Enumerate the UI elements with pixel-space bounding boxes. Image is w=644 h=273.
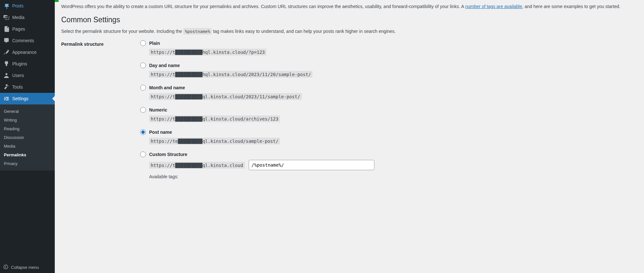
sidebar-item-plugins[interactable]: Plugins <box>0 58 55 70</box>
admin-sidebar: Posts Media Pages Comments Appearance Pl… <box>0 0 55 273</box>
svg-point-0 <box>4 265 8 269</box>
collapse-label: Collapse menu <box>11 265 39 270</box>
sidebar-label: Settings <box>12 96 29 101</box>
collapse-menu[interactable]: Collapse menu <box>0 262 55 273</box>
progress-bar <box>55 0 644 2</box>
collapse-icon <box>3 264 8 270</box>
sidebar-item-users[interactable]: Users <box>0 70 55 81</box>
wrench-icon <box>3 84 10 90</box>
page-icon <box>3 26 10 32</box>
url-month: https://t██████████ql.kinsta.cloud/2023/… <box>149 93 302 100</box>
label-plain[interactable]: Plain <box>149 41 160 46</box>
label-custom[interactable]: Custom Structure <box>149 152 187 157</box>
sidebar-label: Comments <box>12 38 34 43</box>
sidebar-item-comments[interactable]: Comments <box>0 35 55 46</box>
sidebar-item-appearance[interactable]: Appearance <box>0 46 55 58</box>
submenu-general[interactable]: General <box>0 107 55 116</box>
option-custom: Custom Structure https://t██████████ql.k… <box>140 151 638 179</box>
submenu-permalinks[interactable]: Permalinks <box>0 151 55 159</box>
intro-text-2: , and here are some examples to get you … <box>522 4 620 9</box>
main-content: WordPress offers you the ability to crea… <box>55 0 644 273</box>
label-numeric[interactable]: Numeric <box>149 107 167 112</box>
radio-plain[interactable] <box>140 40 146 46</box>
sidebar-label: Tools <box>12 84 23 90</box>
intro-text-1: WordPress offers you the ability to crea… <box>61 4 465 9</box>
user-icon <box>3 72 10 79</box>
option-month: Month and name https://t██████████ql.kin… <box>140 85 638 100</box>
sidebar-item-posts[interactable]: Posts <box>0 0 55 12</box>
permalink-structure-row: Permalink structure Plain https://t█████… <box>61 40 638 186</box>
help-text: Select the permalink structure for your … <box>61 29 638 34</box>
sidebar-item-settings[interactable]: Settings <box>0 93 55 104</box>
media-icon <box>3 14 10 21</box>
option-plain: Plain https://t██████████hql.kinsta.clou… <box>140 40 638 55</box>
submenu-reading[interactable]: Reading <box>0 124 55 133</box>
label-day[interactable]: Day and name <box>149 63 180 68</box>
brush-icon <box>3 49 10 55</box>
submenu-privacy[interactable]: Privacy <box>0 159 55 168</box>
option-day: Day and name https://t██████████hql.kins… <box>140 63 638 78</box>
url-plain: https://t██████████hql.kinsta.cloud/?p=1… <box>149 49 266 55</box>
radio-custom[interactable] <box>140 151 146 157</box>
sidebar-label: Media <box>12 15 24 20</box>
custom-structure-input[interactable] <box>249 160 374 170</box>
sidebar-item-media[interactable]: Media <box>0 12 55 23</box>
sidebar-item-tools[interactable]: Tools <box>0 81 55 93</box>
sidebar-label: Pages <box>12 26 25 32</box>
options-group: Plain https://t██████████hql.kinsta.clou… <box>140 40 638 186</box>
sidebar-label: Appearance <box>12 50 37 55</box>
option-numeric: Numeric https://t██████████ql.kinsta.clo… <box>140 107 638 122</box>
url-numeric: https://t██████████ql.kinsta.cloud/archi… <box>149 115 280 122</box>
sidebar-label: Posts <box>12 3 24 8</box>
url-postname: https://te█████████ql.kinsta.cloud/sampl… <box>149 138 280 144</box>
help-part-2: tag makes links easy to understand, and … <box>213 29 396 34</box>
radio-postname[interactable] <box>140 129 146 135</box>
section-heading: Common Settings <box>61 15 638 24</box>
submenu-media[interactable]: Media <box>0 142 55 151</box>
label-month[interactable]: Month and name <box>149 85 185 90</box>
tags-available-link[interactable]: number of tags are available <box>465 4 522 9</box>
custom-base-url: https://t██████████ql.kinsta.cloud <box>149 162 245 169</box>
submenu-writing[interactable]: Writing <box>0 116 55 124</box>
radio-month[interactable] <box>140 85 146 91</box>
label-postname[interactable]: Post name <box>149 130 172 135</box>
submenu-discussion[interactable]: Discussion <box>0 133 55 142</box>
sidebar-label: Users <box>12 73 24 78</box>
help-part-1: Select the permalink structure for your … <box>61 29 183 34</box>
form-label: Permalink structure <box>61 40 140 186</box>
pin-icon <box>3 3 10 9</box>
settings-submenu: General Writing Reading Discussion Media… <box>0 104 55 171</box>
radio-numeric[interactable] <box>140 107 146 113</box>
radio-day[interactable] <box>140 63 146 68</box>
available-tags-label: Available tags: <box>149 174 638 179</box>
postname-tag-code: %postname% <box>183 28 212 34</box>
sliders-icon <box>3 95 10 102</box>
comment-icon <box>3 37 10 44</box>
plug-icon <box>3 61 10 67</box>
sidebar-label: Plugins <box>12 61 27 66</box>
sidebar-item-pages[interactable]: Pages <box>0 23 55 35</box>
option-postname: Post name https://te█████████ql.kinsta.c… <box>140 129 638 144</box>
url-day: https://t██████████hql.kinsta.cloud/2023… <box>149 71 312 78</box>
intro-paragraph: WordPress offers you the ability to crea… <box>61 4 638 9</box>
